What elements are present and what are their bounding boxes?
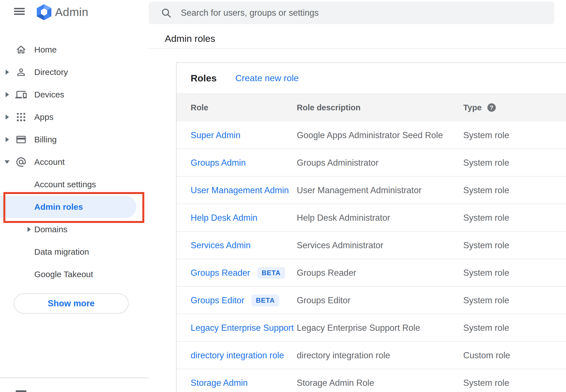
- role-type: System role: [463, 369, 509, 392]
- table-header-row: Role Role description Type ?: [177, 94, 566, 121]
- role-description: Groups Administrator: [297, 149, 378, 177]
- role-description: Groups Reader: [297, 259, 356, 287]
- global-search-bar[interactable]: [149, 2, 554, 24]
- role-link[interactable]: Groups Reader: [191, 268, 250, 278]
- expand-right-icon[interactable]: [28, 227, 31, 232]
- create-new-role-link[interactable]: Create new role: [235, 73, 299, 83]
- sidebar-item-billing[interactable]: Billing: [0, 128, 149, 151]
- sidebar-item-account[interactable]: Account: [0, 151, 149, 173]
- sidebar-item-label: Directory: [34, 67, 68, 77]
- table-row: Groups Editor BETA Groups Editor System …: [177, 287, 566, 314]
- sidebar-item-google-takeout[interactable]: Google Takeout: [0, 263, 149, 286]
- role-type: System role: [463, 314, 509, 342]
- sidebar-item-home[interactable]: Home: [0, 38, 149, 61]
- sidebar-item-label: Home: [34, 45, 57, 54]
- sidebar-item-apps[interactable]: Apps: [0, 106, 149, 128]
- role-description: User Management Administrator: [297, 177, 422, 204]
- sidebar-item-admin-roles[interactable]: Admin roles: [0, 196, 149, 218]
- role-link[interactable]: directory integration role: [191, 350, 284, 361]
- role-link[interactable]: User Management Admin: [191, 185, 289, 195]
- sidebar-item-devices[interactable]: Devices: [0, 83, 149, 106]
- role-link[interactable]: Super Admin: [191, 130, 241, 140]
- home-icon: [15, 44, 27, 56]
- sidebar-footer-divider: [0, 377, 149, 378]
- brand-header: Admin: [0, 0, 149, 25]
- table-row: Super Admin Google Apps Administrator Se…: [177, 122, 566, 149]
- table-row: Storage Admin Storage Admin Role System …: [177, 369, 566, 392]
- sidebar-item-label: Devices: [34, 90, 64, 99]
- sidebar-item-label: Account settings: [34, 180, 96, 189]
- credit-card-icon: [15, 134, 27, 145]
- role-link[interactable]: Help Desk Admin: [191, 213, 257, 223]
- role-type: Custom role: [463, 342, 510, 369]
- table-row: Help Desk Admin Help Desk Administrator …: [177, 204, 566, 232]
- sidebar-item-label: Admin roles: [34, 202, 83, 212]
- table-row: Legacy Enterprise Support Legacy Enterpr…: [177, 314, 566, 342]
- card-title: Roles: [191, 73, 217, 84]
- column-header-type-label: Type: [463, 103, 482, 112]
- role-type: System role: [463, 149, 509, 177]
- beta-badge: BETA: [257, 267, 285, 279]
- expand-right-icon[interactable]: [6, 115, 9, 120]
- table-row: Groups Reader BETA Groups Reader System …: [177, 259, 566, 287]
- role-link[interactable]: Groups Admin: [191, 158, 246, 168]
- role-link[interactable]: Legacy Enterprise Support: [191, 323, 294, 333]
- role-description: Legacy Enterprise Support Role: [297, 314, 420, 342]
- expand-right-icon[interactable]: [6, 70, 9, 75]
- role-description: Storage Admin Role: [297, 369, 374, 392]
- role-link[interactable]: Storage Admin: [191, 378, 248, 388]
- expand-down-icon[interactable]: [4, 160, 10, 164]
- role-description: Help Desk Administrator: [297, 204, 390, 232]
- beta-badge: BETA: [252, 295, 279, 306]
- sidebar-item-account-settings[interactable]: Account settings: [0, 173, 149, 196]
- search-input[interactable]: [180, 4, 554, 22]
- roles-card: Roles Create new role Role Role descript…: [176, 62, 566, 392]
- devices-icon: [15, 89, 27, 101]
- table-row: Services Admin Services Administrator Sy…: [177, 232, 566, 259]
- role-description: Groups Editor: [297, 287, 350, 314]
- hamburger-menu-icon[interactable]: [14, 8, 25, 15]
- partial-footer-icon: [16, 390, 26, 392]
- expand-right-icon[interactable]: [6, 92, 9, 97]
- sidebar-item-label: Account: [34, 157, 65, 167]
- admin-logo-icon: [36, 4, 53, 20]
- expand-right-icon[interactable]: [6, 137, 9, 142]
- search-icon: [161, 7, 172, 19]
- column-header-type: Type ?: [463, 94, 496, 121]
- table-row: User Management Admin User Management Ad…: [177, 177, 566, 204]
- role-description: directory integration role: [297, 342, 390, 369]
- person-icon: [15, 66, 27, 78]
- help-icon[interactable]: ?: [487, 103, 496, 112]
- sidebar-item-label: Domains: [34, 225, 67, 234]
- role-type: System role: [463, 177, 509, 204]
- role-description: Services Administrator: [297, 232, 383, 259]
- role-link[interactable]: Groups Editor: [191, 295, 244, 306]
- role-type: System role: [463, 232, 509, 259]
- show-more-button[interactable]: Show more: [14, 293, 129, 314]
- apps-grid-icon: [15, 111, 27, 123]
- role-type: System role: [463, 287, 509, 314]
- table-row: directory integration role directory int…: [177, 342, 566, 369]
- table-row: Groups Admin Groups Administrator System…: [177, 149, 566, 177]
- sidebar-item-label: Billing: [34, 135, 57, 144]
- role-type: System role: [463, 122, 509, 149]
- sidebar-item-label: Data migration: [34, 247, 89, 257]
- brand-title: Admin: [55, 6, 88, 19]
- sidebar: Admin Home Directory Devices: [0, 0, 149, 392]
- sidebar-item-directory[interactable]: Directory: [0, 61, 149, 83]
- sidebar-item-domains[interactable]: Domains: [0, 218, 149, 241]
- sidebar-item-data-migration[interactable]: Data migration: [0, 241, 149, 263]
- role-type: System role: [463, 204, 509, 232]
- column-header-description: Role description: [297, 94, 360, 121]
- roles-card-header: Roles Create new role: [177, 63, 566, 94]
- at-sign-icon: [15, 156, 27, 168]
- role-type: System role: [463, 259, 509, 287]
- admin-console-screen: Admin Home Directory Devices: [0, 0, 566, 392]
- role-link[interactable]: Services Admin: [191, 240, 251, 250]
- role-description: Google Apps Administrator Seed Role: [297, 122, 443, 149]
- header-divider: [149, 48, 566, 49]
- sidebar-item-label: Apps: [34, 112, 53, 122]
- sidebar-item-label: Google Takeout: [34, 270, 93, 279]
- breadcrumb: Admin roles: [165, 33, 215, 44]
- column-header-role: Role: [191, 94, 208, 121]
